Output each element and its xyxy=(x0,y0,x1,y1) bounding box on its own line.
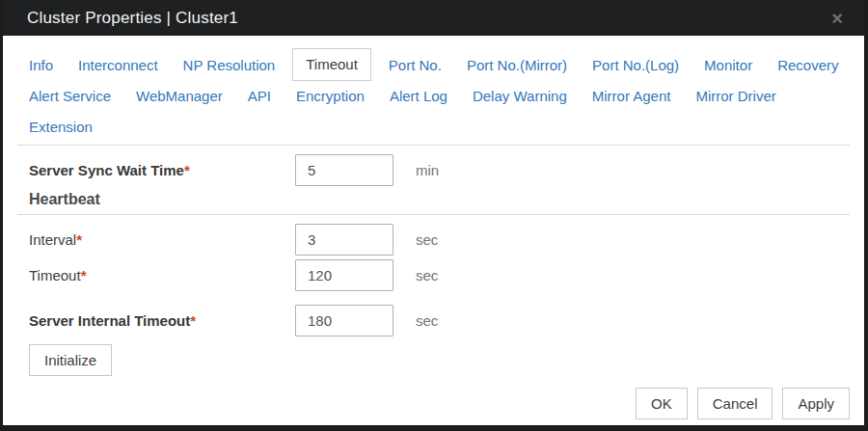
heartbeat-interval-label-text: Interval xyxy=(29,231,76,248)
tab-bar: Info Interconnect NP Resolution Timeout … xyxy=(3,36,864,142)
tab-row-1: Info Interconnect NP Resolution Timeout … xyxy=(29,49,841,80)
tab-alert-log[interactable]: Alert Log xyxy=(390,88,448,104)
heartbeat-interval-input[interactable] xyxy=(295,224,393,256)
dialog-title: Cluster Properties | Cluster1 xyxy=(27,9,238,28)
required-marker: * xyxy=(81,267,87,283)
tab-mirror-agent[interactable]: Mirror Agent xyxy=(592,88,671,104)
initialize-button[interactable]: Initialize xyxy=(29,344,112,376)
apply-button[interactable]: Apply xyxy=(782,388,850,419)
server-internal-timeout-row: Server Internal Timeout* sec xyxy=(17,305,850,337)
tab-row-2: Alert Service WebManager API Encryption … xyxy=(29,80,841,111)
server-sync-wait-time-input[interactable] xyxy=(295,154,393,186)
tab-port-no-mirror[interactable]: Port No.(Mirror) xyxy=(467,57,567,73)
server-sync-wait-time-row: Server Sync Wait Time* min xyxy=(17,154,850,186)
tab-row-3: Extension xyxy=(29,111,841,142)
tab-alert-service[interactable]: Alert Service xyxy=(29,88,111,104)
required-marker: * xyxy=(76,231,82,248)
tab-extension[interactable]: Extension xyxy=(29,119,93,135)
tab-timeout[interactable]: Timeout xyxy=(292,48,371,81)
tab-interconnect[interactable]: Interconnect xyxy=(78,57,158,73)
heartbeat-interval-label: Interval* xyxy=(29,231,295,248)
heartbeat-timeout-label: Timeout* xyxy=(29,267,295,283)
tab-port-no-log[interactable]: Port No.(Log) xyxy=(592,57,679,73)
timeout-tab-content: Server Sync Wait Time* min Heartbeat Int… xyxy=(3,154,864,376)
server-sync-wait-time-unit: min xyxy=(416,162,439,178)
ok-button[interactable]: OK xyxy=(636,388,688,419)
tab-encryption[interactable]: Encryption xyxy=(296,88,365,104)
server-internal-timeout-input[interactable] xyxy=(295,305,393,337)
tab-monitor[interactable]: Monitor xyxy=(704,57,752,73)
server-sync-wait-time-label-text: Server Sync Wait Time xyxy=(29,162,184,178)
tab-api[interactable]: API xyxy=(248,88,271,104)
dialog-footer: OK Cancel Apply xyxy=(636,388,850,419)
heartbeat-timeout-unit: sec xyxy=(416,267,438,283)
required-marker: * xyxy=(184,162,190,178)
dialog-titlebar: Cluster Properties | Cluster1 × xyxy=(3,0,864,36)
server-internal-timeout-label: Server Internal Timeout* xyxy=(29,312,295,329)
tab-np-resolution[interactable]: NP Resolution xyxy=(183,57,276,73)
heartbeat-section-heading: Heartbeat xyxy=(17,191,850,215)
heartbeat-interval-row: Interval* sec xyxy=(17,224,850,256)
tabs-divider xyxy=(17,145,850,146)
cancel-button[interactable]: Cancel xyxy=(697,388,773,419)
heartbeat-timeout-label-text: Timeout xyxy=(29,267,81,283)
tab-webmanager[interactable]: WebManager xyxy=(136,88,223,104)
server-internal-timeout-unit: sec xyxy=(416,312,438,329)
close-icon[interactable]: × xyxy=(831,9,843,28)
tab-mirror-driver[interactable]: Mirror Driver xyxy=(695,88,775,104)
required-marker: * xyxy=(190,312,196,329)
tab-port-no[interactable]: Port No. xyxy=(389,57,442,73)
heartbeat-timeout-input[interactable] xyxy=(295,259,393,291)
server-sync-wait-time-label: Server Sync Wait Time* xyxy=(29,162,295,178)
cluster-properties-dialog: Cluster Properties | Cluster1 × Info Int… xyxy=(3,0,864,425)
tab-recovery[interactable]: Recovery xyxy=(777,57,838,73)
server-internal-timeout-label-text: Server Internal Timeout xyxy=(29,312,190,329)
tab-info[interactable]: Info xyxy=(29,57,53,73)
heartbeat-timeout-row: Timeout* sec xyxy=(17,259,850,291)
heartbeat-interval-unit: sec xyxy=(416,231,438,248)
tab-delay-warning[interactable]: Delay Warning xyxy=(473,88,567,104)
